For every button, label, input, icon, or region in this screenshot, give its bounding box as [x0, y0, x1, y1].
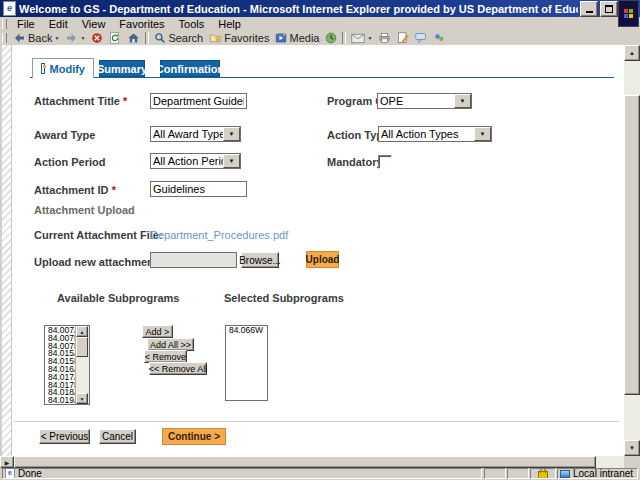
vertical-scrollbar[interactable] [623, 45, 640, 456]
lock-icon [538, 471, 548, 479]
required-marker: * [123, 95, 127, 107]
selected-subprograms-listbox[interactable]: 84.066W [225, 325, 268, 401]
list-item[interactable]: 84.019A [46, 397, 76, 403]
favorites-button[interactable]: Favorites [206, 31, 272, 45]
page-left-decoration [2, 45, 12, 456]
listbox-scrollbar[interactable] [75, 326, 89, 404]
mandatory-checkbox[interactable] [378, 155, 392, 169]
restore-button[interactable] [600, 1, 618, 17]
menu-item[interactable]: File [10, 18, 42, 30]
menu-item[interactable]: Favorites [112, 18, 171, 30]
upload-button[interactable]: Upload [306, 251, 339, 268]
tab-label: Summary [97, 63, 147, 75]
print-button[interactable] [375, 31, 394, 45]
scrollbar-thumb[interactable] [76, 337, 88, 357]
ie-page-icon: e [5, 468, 15, 479]
scroll-down-icon[interactable] [624, 440, 640, 456]
tab-summary[interactable]: Summary [99, 60, 145, 77]
menu-item[interactable]: Tools [172, 18, 212, 30]
forward-arrow-icon [65, 32, 78, 44]
chevron-down-icon[interactable] [223, 154, 240, 168]
menu-bar: FileEditViewFavoritesToolsHelp [0, 17, 640, 32]
scroll-up-icon[interactable] [76, 326, 88, 337]
modify-tab-icon [41, 63, 45, 74]
messenger-icon [433, 32, 445, 44]
mail-button[interactable] [348, 31, 375, 45]
menu-item[interactable]: View [75, 18, 113, 30]
back-dropdown-icon[interactable] [54, 35, 59, 41]
discuss-icon [415, 32, 427, 44]
horizontal-scrollbar[interactable] [0, 456, 624, 468]
mandatory-label: Mandatory [327, 156, 383, 168]
stop-button[interactable] [88, 31, 106, 45]
media-icon [275, 32, 287, 44]
available-subprograms-listbox[interactable]: 84.007A84.007B84.007F84.015A84.015B84.01… [44, 325, 90, 405]
footer-divider [14, 421, 620, 422]
available-subprograms-label: Available Subprograms [57, 292, 179, 304]
messenger-button[interactable] [430, 31, 448, 45]
action-period-select[interactable]: All Action Periods [150, 153, 241, 169]
favorites-label: Favorites [224, 32, 269, 44]
required-marker: * [112, 184, 116, 196]
scrollbar-thumb[interactable] [624, 95, 640, 395]
remove-all-button[interactable]: << Remove All [149, 362, 207, 375]
selected-subprograms-label: Selected Subprograms [224, 292, 344, 304]
forward-dropdown-icon[interactable] [80, 35, 85, 41]
zone-label: Local intranet [573, 468, 633, 479]
upload-file-input[interactable] [150, 252, 237, 268]
award-type-select[interactable]: All Award Types [150, 126, 241, 142]
status-message-pane: e Done [2, 468, 482, 479]
current-file-link[interactable]: Department_Procedures.pdf [150, 229, 288, 241]
add-button[interactable]: Add > [142, 325, 173, 338]
attachment-id-label: Attachment ID * [34, 184, 116, 196]
scrollbar-corner [624, 456, 640, 468]
action-period-label: Action Period [34, 156, 106, 168]
scroll-up-icon[interactable] [624, 45, 640, 61]
mail-icon [351, 33, 365, 44]
edit-page-icon [397, 32, 409, 44]
scroll-down-icon[interactable] [76, 393, 88, 404]
chevron-down-icon[interactable] [223, 127, 240, 141]
action-type-select[interactable]: All Action Types [378, 126, 492, 142]
forward-button[interactable] [62, 31, 88, 45]
attachment-id-input[interactable] [150, 181, 247, 197]
menu-item[interactable]: Edit [42, 18, 75, 30]
back-button[interactable]: Back [10, 31, 62, 45]
select-value: OPE [378, 94, 454, 108]
list-item[interactable]: 84.066W [227, 327, 266, 335]
history-button[interactable] [322, 31, 340, 45]
home-button[interactable] [124, 31, 143, 45]
zone-pane: Local intranet [557, 468, 638, 479]
award-type-label: Award Type [34, 129, 95, 141]
home-icon [127, 32, 140, 44]
chevron-down-icon[interactable] [474, 127, 491, 141]
toolbar: Back Searc [0, 31, 640, 46]
toolbar-grip [2, 19, 7, 29]
refresh-button[interactable] [106, 31, 124, 45]
chevron-down-icon[interactable] [454, 94, 471, 108]
cancel-button[interactable]: Cancel [99, 429, 136, 444]
ie-brand-logo [618, 0, 639, 27]
tab-confirmation[interactable]: Confirmation [160, 60, 220, 77]
tab-modify[interactable]: Modify [32, 58, 94, 78]
scrollbar-thumb[interactable] [14, 456, 596, 468]
attachment-title-input[interactable] [150, 93, 247, 109]
mail-dropdown-icon[interactable] [367, 35, 372, 41]
toolbar-grip [2, 33, 7, 43]
discuss-button[interactable] [412, 31, 430, 45]
attachment-upload-header: Attachment Upload [34, 204, 135, 216]
search-button[interactable]: Search [151, 31, 206, 45]
program-office-select[interactable]: OPE [377, 93, 472, 109]
title-bar: e Welcome to GS - Department of Educatio… [0, 0, 640, 17]
browser-window: e Welcome to GS - Department of Educatio… [0, 0, 640, 480]
attachment-title-label: Attachment Title * [34, 95, 127, 107]
minimize-button[interactable] [580, 1, 598, 17]
previous-button[interactable]: < Previous [39, 429, 90, 444]
scroll-right-icon[interactable] [0, 456, 14, 468]
continue-button[interactable]: Continue > [162, 428, 226, 445]
edit-button[interactable] [394, 31, 412, 45]
menu-item[interactable]: Help [211, 18, 248, 30]
browse-button[interactable]: Browse... [241, 252, 279, 268]
status-bar: e Done Local intranet [0, 468, 640, 480]
media-button[interactable]: Media [272, 31, 322, 45]
